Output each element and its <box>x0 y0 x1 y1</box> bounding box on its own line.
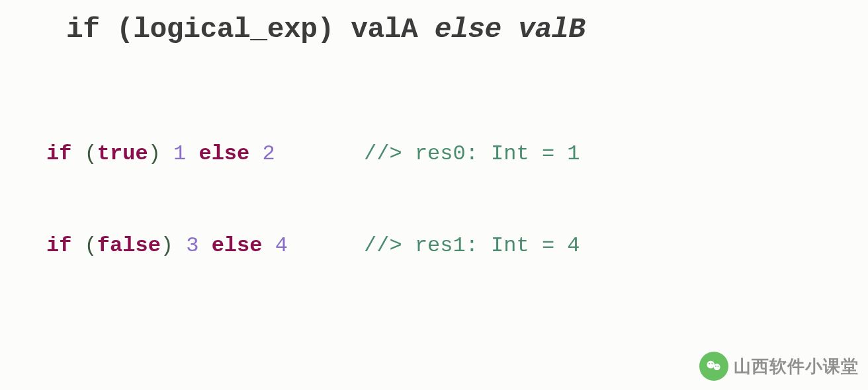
sp <box>262 233 275 258</box>
kw-else: else <box>198 141 249 166</box>
sp <box>186 141 198 166</box>
code-blank <box>46 323 822 353</box>
paren: ) <box>161 233 186 258</box>
svg-point-2 <box>709 363 710 364</box>
kw-false: false <box>97 233 161 258</box>
watermark: 山西软件小课堂 <box>699 352 859 381</box>
wechat-icon <box>699 352 728 381</box>
pad <box>275 141 364 166</box>
svg-point-4 <box>715 366 716 367</box>
slide-title: if (logical_exp) valA else valB <box>66 13 822 46</box>
sp <box>198 233 211 258</box>
slide-content: if (logical_exp) valA else valB if (true… <box>0 0 868 390</box>
comment: //> res1: Int = 4 <box>364 233 580 258</box>
code-line-1: if (true) 1 else 2 //> res0: Int = 1 <box>46 139 822 169</box>
watermark-text: 山西软件小课堂 <box>734 355 859 378</box>
svg-point-0 <box>707 361 715 369</box>
paren: ( <box>71 141 97 166</box>
kw-if: if <box>46 233 71 258</box>
pad <box>288 233 364 258</box>
num: 2 <box>262 141 275 166</box>
svg-point-5 <box>718 366 719 367</box>
code-block: if (true) 1 else 2 //> res0: Int = 1 if … <box>46 77 822 390</box>
code-line-2: if (false) 3 else 4 //> res1: Int = 4 <box>46 231 822 261</box>
sp <box>249 141 262 166</box>
kw-if: if <box>46 141 71 166</box>
svg-point-1 <box>714 364 720 370</box>
kw-else: else <box>212 233 263 258</box>
title-part2: else valB <box>435 13 586 46</box>
num: 4 <box>275 233 288 258</box>
comment: //> res0: Int = 1 <box>364 141 580 166</box>
title-part1: if (logical_exp) valA <box>66 13 435 46</box>
kw-true: true <box>97 141 148 166</box>
paren: ) <box>148 141 173 166</box>
paren: ( <box>71 233 97 258</box>
svg-point-3 <box>711 363 713 364</box>
num: 3 <box>186 233 198 258</box>
num: 1 <box>173 141 186 166</box>
